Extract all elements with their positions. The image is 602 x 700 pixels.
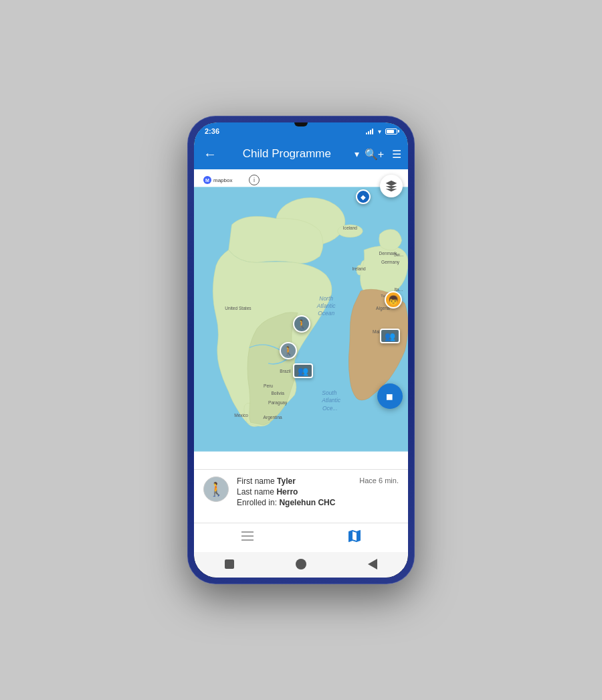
first-name-value: Tyler [277,476,296,486]
signal-icon [366,128,375,135]
svg-text:Sw...: Sw... [394,252,403,257]
nav-icons: 🔍+ ☰ [365,148,401,161]
last-name-label: Last name [237,487,274,497]
enrolled-row: Enrolled in: Ngelehun CHC [237,498,399,507]
last-name-value: Herro [276,487,298,497]
svg-text:Iceland: Iceland [343,226,358,230]
person-marker-2[interactable]: 🚶 [280,342,297,359]
first-name-row: First name Tyler [237,476,298,486]
info-card: 🚶 First name Tyler Last [203,476,399,509]
phone-screen: 2:36 ▾ ← Child Programme [194,122,408,578]
people-marker-africa[interactable]: 👥 [380,329,400,343]
tab-list[interactable] [226,525,269,551]
page-title: Child Programme [225,147,349,161]
svg-text:Atlantic: Atlantic [316,302,336,309]
info-time: Hace 6 min. [359,476,399,485]
first-name-label: First name [237,476,275,486]
system-back-button[interactable] [366,557,379,571]
svg-text:Bolivia: Bolivia [271,391,284,396]
search-plus-icon[interactable]: 🔍+ [365,148,384,161]
orange-marker[interactable]: 👦 [385,291,402,309]
status-icons: ▾ [366,128,397,135]
svg-text:United States: United States [225,306,252,311]
battery-icon [385,128,397,135]
last-name-row: Last name Herro [237,487,298,497]
camera-notch [294,122,308,126]
mapbox-logo: M [203,176,211,184]
svg-text:Ireland: Ireland [353,266,366,271]
tab-bar [194,523,408,552]
layers-icon [385,179,398,193]
wifi-icon: ▾ [378,128,381,135]
svg-text:Atlantic: Atlantic [321,397,341,404]
phone-inner: 2:36 ▾ ← Child Programme [194,122,408,578]
svg-text:Ocean: Ocean [318,310,334,317]
enrolled-label: Enrolled in: [237,498,277,507]
info-details: First name Tyler Last name Herro [237,476,399,509]
system-nav [194,552,408,578]
map-area[interactable]: North Atlantic Ocean South Atlantic Oce.… [194,169,408,469]
status-time: 2:36 [205,127,219,135]
svg-text:Argentina: Argentina [264,415,283,420]
info-icon: i [254,177,255,183]
filter-list-icon[interactable]: ☰ [392,148,401,161]
svg-text:Mexico: Mexico [234,413,248,418]
system-home-button[interactable] [294,557,308,571]
people-marker-americas[interactable]: 👥 [293,363,313,378]
person-marker-1[interactable]: 🚶 [293,315,310,333]
svg-text:Peru: Peru [264,383,273,388]
blue-diamond-marker[interactable]: ◆ [356,189,371,204]
svg-text:Oce...: Oce... [322,405,338,412]
mapbox-text: mapbox [213,177,232,183]
svg-text:North: North [319,295,333,302]
tab-map[interactable] [333,525,376,551]
map-info-button[interactable]: i [249,175,260,185]
svg-text:Paraguay: Paraguay [268,400,288,406]
map-layer-button[interactable] [380,175,403,197]
enrolled-value: Ngelehun CHC [279,498,335,507]
svg-text:South: South [322,389,336,396]
mapbox-attribution: M mapbox [199,175,236,185]
svg-text:Germany: Germany [381,260,400,265]
navigation-button[interactable]: ◆ [377,383,403,409]
back-button[interactable]: ← [201,147,219,162]
phone-frame: 2:36 ▾ ← Child Programme [187,116,415,584]
dropdown-icon[interactable]: ▾ [355,149,359,159]
nav-bar: ← Child Programme ▾ 🔍+ ☰ [194,139,408,169]
avatar: 🚶 [203,476,229,502]
system-stop-button[interactable] [223,557,236,571]
svg-text:Brazil: Brazil [280,369,291,373]
info-card-area: 🚶 First name Tyler Last [194,469,408,523]
